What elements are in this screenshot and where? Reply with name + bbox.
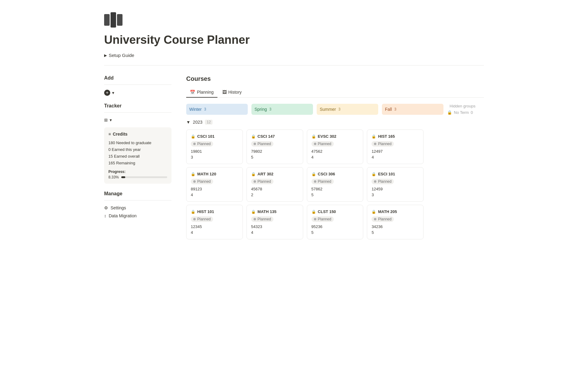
card-csci-306-title: CSCI 306 <box>318 172 335 176</box>
setup-guide-label: Setup Guide <box>109 53 134 58</box>
lock-icon: 🔒 <box>191 172 195 176</box>
card-csci-101-status: Planned <box>191 141 213 147</box>
card-clst-150-header: 🔒 CLST 150 <box>311 209 359 214</box>
lock-icon: 🔒 <box>311 210 316 214</box>
card-clst-150-status: Planned <box>311 216 334 222</box>
year-row: ▼ 2023 12 <box>186 120 484 125</box>
credits-stack-icon: ≡ <box>108 132 111 137</box>
card-art-302[interactable]: 🔒 ART 302 Planned 45678 2 <box>247 167 303 202</box>
data-migration-item[interactable]: ↕ Data Migration <box>104 213 172 218</box>
data-migration-icon: ↕ <box>104 213 106 218</box>
card-math-120-credits: 4 <box>191 193 238 197</box>
card-math-120-number: 89123 <box>191 187 238 191</box>
tab-history[interactable]: 🖼 History <box>219 87 246 98</box>
spring-count: 3 <box>269 107 271 111</box>
card-math-135[interactable]: 🔒 MATH 135 Planned 54323 4 <box>247 205 303 239</box>
status-label: Planned <box>378 217 391 221</box>
status-label: Planned <box>197 179 211 184</box>
card-csci-147-title: CSCI 147 <box>258 134 275 139</box>
lock-icon: 🔒 <box>311 172 316 176</box>
summer-label: Summer <box>320 107 336 112</box>
status-dot <box>374 143 376 145</box>
card-math-120-header: 🔒 MATH 120 <box>191 172 238 176</box>
card-math-205-status: Planned <box>371 216 394 222</box>
svg-rect-0 <box>104 14 110 26</box>
credits-earned-overall: 15 Earned overall <box>108 153 167 160</box>
no-term-lock-icon: 🔒 <box>447 110 452 115</box>
lock-icon: 🔒 <box>311 134 316 139</box>
add-button[interactable]: + ▾ <box>104 90 114 96</box>
lock-icon: 🔒 <box>371 172 376 176</box>
credits-title: Credits <box>113 132 127 137</box>
card-csci-306-status: Planned <box>311 179 334 184</box>
status-dot <box>374 180 376 183</box>
svg-rect-2 <box>117 14 123 26</box>
add-divider <box>104 84 172 85</box>
lock-icon: 🔒 <box>371 210 376 214</box>
status-dot <box>254 218 256 220</box>
summer-count: 3 <box>338 107 341 111</box>
setup-guide[interactable]: ▶ Setup Guide <box>104 53 484 58</box>
card-esci-101-number: 12459 <box>371 187 419 191</box>
card-math-135-credits: 4 <box>251 230 299 235</box>
view-toggle-button[interactable]: ⊞ ▾ <box>104 118 112 122</box>
year-toggle[interactable]: ▼ <box>186 120 190 125</box>
status-label: Planned <box>197 217 211 221</box>
card-csci-306[interactable]: 🔒 CSCI 306 Planned 57862 5 <box>307 167 364 202</box>
progress-bar-fill <box>121 176 125 178</box>
card-clst-150[interactable]: 🔒 CLST 150 Planned 95236 5 <box>307 205 364 239</box>
hidden-groups-label: Hidden groups <box>447 104 484 108</box>
column-headers: Winter 3 Spring 3 Summer 3 Fall 3 Hidden… <box>186 104 484 115</box>
main-divider <box>104 65 484 66</box>
settings-item[interactable]: ⚙ Settings <box>104 205 172 210</box>
card-evsc-302[interactable]: 🔒 EVSC 302 Planned 47562 4 <box>307 129 364 164</box>
status-label: Planned <box>318 142 331 146</box>
card-esci-101-status: Planned <box>371 179 394 184</box>
history-tab-label: History <box>228 90 242 95</box>
credits-needed: 180 Needed to graduate <box>108 140 167 146</box>
card-math-205-number: 34236 <box>371 224 419 229</box>
year-label: 2023 <box>193 120 202 125</box>
tracker-section-title: Tracker <box>104 103 172 109</box>
credits-earned-year: 0 Earned this year <box>108 146 167 153</box>
board-columns: 🔒 CSCI 101 Planned 19801 3 🔒 <box>186 129 484 239</box>
status-dot <box>374 218 376 220</box>
content-area: Courses 📅 Planning 🖼 History Winter 3 <box>186 75 484 239</box>
card-hist-101-title: HIST 101 <box>197 209 214 214</box>
card-csci-147-status: Planned <box>251 141 273 147</box>
card-math-120[interactable]: 🔒 MATH 120 Planned 89123 4 <box>186 167 243 202</box>
card-csci-101[interactable]: 🔒 CSCI 101 Planned 19801 3 <box>186 129 243 164</box>
card-esci-101[interactable]: 🔒 ESCI 101 Planned 12459 3 <box>367 167 424 202</box>
hidden-groups-col: Hidden groups 🔒 No Term 0 <box>447 104 484 115</box>
card-csci-306-credits: 5 <box>311 193 359 197</box>
card-hist-165-status: Planned <box>371 141 394 147</box>
history-tab-icon: 🖼 <box>222 90 227 95</box>
status-label: Planned <box>378 142 391 146</box>
card-csci-147[interactable]: 🔒 CSCI 147 Planned 79802 5 <box>247 129 303 164</box>
card-esci-101-credits: 3 <box>371 193 419 197</box>
main-layout: Add + ▾ Tracker ⊞ ▾ ≡ Credits 180 Needed… <box>104 75 484 239</box>
settings-icon: ⚙ <box>104 205 108 210</box>
manage-section-title: Manage <box>104 191 172 197</box>
status-label: Planned <box>197 142 211 146</box>
card-hist-101[interactable]: 🔒 HIST 101 Planned 12345 4 <box>186 205 243 239</box>
lock-icon: 🔒 <box>371 134 376 139</box>
card-evsc-302-header: 🔒 EVSC 302 <box>311 134 359 139</box>
lock-icon: 🔒 <box>191 134 195 139</box>
card-math-205[interactable]: 🔒 MATH 205 Planned 34236 5 <box>367 205 424 239</box>
no-term-count: 0 <box>471 110 473 115</box>
no-term-label: No Term <box>454 110 469 115</box>
card-art-302-number: 45678 <box>251 187 299 191</box>
card-math-135-status: Planned <box>251 216 273 222</box>
spring-col-header: Spring 3 <box>251 104 313 115</box>
lock-icon: 🔒 <box>251 210 256 214</box>
card-evsc-302-status: Planned <box>311 141 334 147</box>
card-art-302-header: 🔒 ART 302 <box>251 172 299 176</box>
add-icon: + <box>104 90 110 96</box>
status-dot <box>254 180 256 183</box>
card-hist-165[interactable]: 🔒 HIST 165 Planned 12497 4 <box>367 129 424 164</box>
year-count: 12 <box>205 120 213 125</box>
tab-planning[interactable]: 📅 Planning <box>186 87 217 98</box>
spring-label: Spring <box>254 107 267 112</box>
status-dot <box>254 143 256 145</box>
